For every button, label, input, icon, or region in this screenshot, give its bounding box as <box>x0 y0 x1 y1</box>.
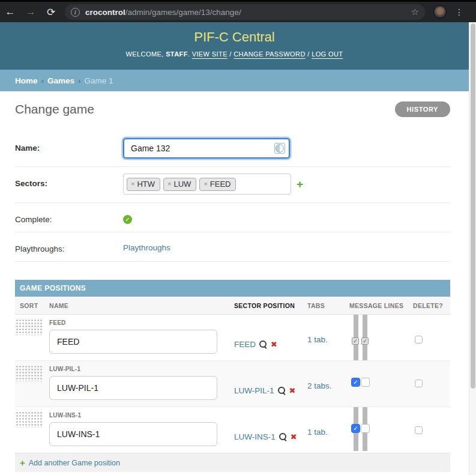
complete-true-icon: ✓ <box>123 215 132 224</box>
welcome-text: WELCOME, <box>126 50 166 58</box>
col-sort: SORT <box>15 302 49 309</box>
breadcrumb: Home › Games › Game 1 <box>0 70 469 91</box>
delete-checkbox[interactable] <box>415 380 423 387</box>
position-name-input[interactable] <box>49 376 217 400</box>
change-password-link[interactable]: CHANGE PASSWORD <box>233 50 305 58</box>
view-site-link[interactable]: VIEW SITE <box>192 50 227 58</box>
message-line-checkbox[interactable] <box>351 378 360 387</box>
name-input[interactable] <box>123 138 290 159</box>
message-line-checkbox[interactable] <box>351 424 360 433</box>
breadcrumb-home[interactable]: Home <box>15 76 38 85</box>
address-bar[interactable]: i crocontrol/admin/games/game/13/change/… <box>65 4 425 20</box>
url-text[interactable]: crocontrol/admin/games/game/13/change/ <box>85 8 241 17</box>
module-title: GAME POSITIONS <box>15 280 450 297</box>
field-row-sectors: Sectors: ×HTW ×LUW ×FEED + <box>15 167 450 203</box>
message-line-checkbox[interactable] <box>361 337 369 345</box>
breadcrumb-current: Game 1 <box>85 76 113 85</box>
log-out-link[interactable]: LOG OUT <box>312 50 343 58</box>
delete-checkbox[interactable] <box>415 426 423 434</box>
bookmark-star-icon[interactable]: ☆ <box>411 7 419 17</box>
position-name-input[interactable] <box>49 422 217 446</box>
row-label: FEED <box>49 319 234 326</box>
add-icon: + <box>20 458 25 467</box>
sector-tag: ×LUW <box>163 178 196 191</box>
position-name-input[interactable] <box>49 330 217 354</box>
lookup-icon[interactable] <box>279 433 287 441</box>
row-label: LUW-PIL-1 <box>49 366 234 372</box>
tabs-link[interactable]: 1 tab. <box>307 428 328 437</box>
admin-page: PIF-C Central WELCOME, STAFF. VIEW SITE … <box>0 22 469 475</box>
game-positions-module: GAME POSITIONS SORT NAME SECTOR POSITION… <box>15 280 450 472</box>
col-tabs: TABS <box>307 302 349 309</box>
remove-tag-icon[interactable]: × <box>131 180 134 187</box>
remove-tag-icon[interactable]: × <box>203 180 207 187</box>
sector-position-link[interactable]: LUW-INS-1 <box>234 432 276 441</box>
table-row: FEED FEED ✖ 1 tab. <box>15 315 450 361</box>
main-content: Change game HISTORY Name: Sectors: <box>0 101 469 472</box>
table-body: FEED FEED ✖ 1 tab. <box>15 315 450 453</box>
lookup-icon[interactable] <box>259 340 267 348</box>
browser-menu-icon[interactable]: ⋮ <box>454 11 465 14</box>
col-delete: DELETE? <box>413 302 450 309</box>
url-host: crocontrol <box>85 8 125 17</box>
clear-icon[interactable]: ✖ <box>291 433 297 441</box>
history-button[interactable]: HISTORY <box>395 101 451 117</box>
clear-icon[interactable]: ✖ <box>271 340 277 348</box>
drag-handle-icon[interactable] <box>15 318 43 335</box>
clear-icon[interactable]: ✖ <box>289 387 296 395</box>
profile-avatar[interactable] <box>433 5 447 19</box>
playthroughs-link[interactable]: Playthroughs <box>123 243 170 252</box>
table-header: SORT NAME SECTOR POSITION TABS MESSAGE L… <box>15 297 450 315</box>
username: STAFF <box>166 50 188 58</box>
message-line-checkbox[interactable] <box>361 424 370 433</box>
sectors-multiselect[interactable]: ×HTW ×LUW ×FEED <box>123 174 291 195</box>
breadcrumb-games[interactable]: Games <box>47 76 74 85</box>
browser-toolbar: ← → ⟳ i crocontrol/admin/games/game/13/c… <box>0 0 476 22</box>
lookup-icon[interactable] <box>278 387 286 395</box>
scrollbar-thumb[interactable] <box>471 23 475 389</box>
table-row: LUW-PIL-1 LUW-PIL-1 ✖ 2 tabs. <box>15 361 450 407</box>
page-info-icon[interactable]: i <box>71 8 80 17</box>
row-label: LUW-INS-1 <box>49 412 234 419</box>
user-tools: WELCOME, STAFF. VIEW SITE / CHANGE PASSW… <box>0 50 469 58</box>
forward-icon[interactable]: → <box>20 6 41 18</box>
field-row-name: Name: <box>15 132 450 167</box>
sectors-label: Sectors: <box>15 174 123 188</box>
change-form: Name: Sectors: ×HTW ×LUW ×FEED <box>15 132 450 262</box>
drag-handle-icon[interactable] <box>15 411 43 428</box>
tabs-link[interactable]: 1 tab. <box>307 335 328 344</box>
add-another-link[interactable]: Add another Game position <box>29 459 120 467</box>
tabs-link[interactable]: 2 tabs. <box>307 381 332 390</box>
table-row: LUW-INS-1 LUW-INS-1 ✖ 1 tab. <box>15 407 450 453</box>
site-title: PIF-C Central <box>0 29 469 45</box>
delete-checkbox[interactable] <box>415 336 423 343</box>
page-title: Change game <box>15 102 94 116</box>
message-line-checkbox[interactable] <box>361 378 370 387</box>
add-sector-icon[interactable]: + <box>297 178 303 190</box>
col-name: NAME <box>49 302 234 309</box>
name-label: Name: <box>15 138 123 153</box>
complete-label: Complete: <box>15 210 123 224</box>
input-extension-icon[interactable] <box>274 143 285 154</box>
field-row-complete: Complete: ✓ <box>15 203 450 232</box>
site-header: PIF-C Central WELCOME, STAFF. VIEW SITE … <box>0 22 469 70</box>
col-message-lines: MESSAGE LINES <box>349 302 413 309</box>
message-line-checkbox[interactable] <box>352 337 359 345</box>
sector-tag: ×FEED <box>199 178 236 191</box>
sector-position-link[interactable]: LUW-PIL-1 <box>234 386 274 395</box>
url-path: /admin/games/game/13/change/ <box>125 8 241 17</box>
page-scrollbar[interactable] <box>469 22 476 475</box>
back-icon[interactable]: ← <box>0 6 20 18</box>
drag-handle-icon[interactable] <box>15 365 43 381</box>
sector-position-link[interactable]: FEED <box>234 340 256 349</box>
reload-icon[interactable]: ⟳ <box>41 6 61 19</box>
field-row-playthroughs: Playthroughs: Playthroughs <box>15 232 450 262</box>
sector-tag: ×HTW <box>127 178 160 191</box>
remove-tag-icon[interactable]: × <box>167 180 171 187</box>
playthroughs-label: Playthroughs: <box>15 239 123 253</box>
add-row: + Add another Game position <box>15 453 450 472</box>
col-sector-position[interactable]: SECTOR POSITION <box>234 302 307 309</box>
